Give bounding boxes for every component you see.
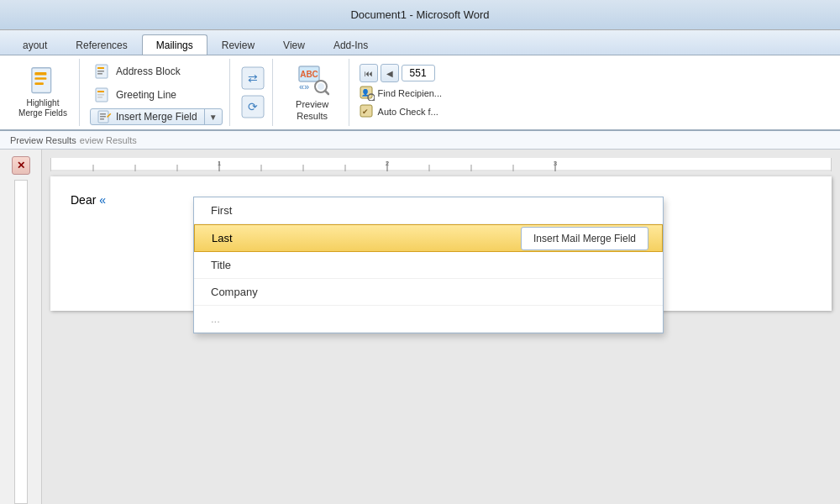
preview-results-bar-label: Preview Results (10, 135, 76, 145)
svg-rect-2 (34, 77, 46, 80)
insert-merge-field-label: Insert Merge Field (116, 111, 197, 123)
title-bar-text: Document1 - Microsoft Word (350, 8, 489, 21)
preview-results-bar: Preview Results eview Results (0, 131, 840, 150)
svg-rect-10 (97, 94, 104, 96)
auto-check-icon: ✔ (360, 104, 375, 119)
find-recipient-button[interactable]: 👤 Find Recipien... (360, 86, 442, 101)
dear-text: Dear (71, 193, 99, 207)
greeting-line-button[interactable]: Greeting Line (90, 85, 181, 105)
merge-fields-group: Address Block Greeting Line (83, 59, 230, 126)
find-recipient-label: Find Recipien... (378, 88, 442, 98)
svg-rect-7 (97, 73, 102, 75)
preview-results-bar-extra: eview Results (80, 135, 137, 145)
navigation-row: ⏮ ◀ 551 (360, 64, 435, 82)
merge-action-icon-2[interactable]: ⟳ (240, 94, 265, 119)
dropdown-item-title-label: Title (211, 259, 231, 271)
insert-merge-field-dropdown: First Last Insert Mail Merge Field Title… (193, 197, 664, 333)
horizontal-ruler: 1 2 3 (50, 158, 832, 171)
tab-addins[interactable]: Add-Ins (319, 34, 382, 55)
preview-results-label: Preview Results (283, 98, 342, 123)
find-recipient-icon: 👤 (360, 86, 375, 101)
svg-text:⟳: ⟳ (248, 100, 258, 113)
greeting-line-label: Greeting Line (116, 89, 176, 101)
preview-results-button[interactable]: ABC «» Preview Results (283, 63, 342, 123)
dropdown-item-company-label: Company (211, 286, 258, 298)
insert-merge-field-button[interactable]: Insert Merge Field ▼ (90, 108, 223, 125)
vertical-ruler (14, 180, 28, 504)
merge-action-icon-1[interactable]: ⇄ (240, 66, 265, 91)
insert-merge-field-arrow[interactable]: ▼ (205, 109, 222, 124)
main-area: ✕ 1 2 (0, 150, 840, 504)
first-record-button[interactable]: ⏮ (360, 64, 378, 82)
insert-merge-field-main[interactable]: Insert Merge Field (91, 109, 205, 124)
auto-check-label: Auto Check f... (378, 107, 438, 117)
dropdown-item-last[interactable]: Last Insert Mail Merge Field (194, 224, 663, 252)
svg-line-26 (325, 91, 328, 94)
dropdown-item-company[interactable]: Company (194, 279, 663, 306)
svg-text:1: 1 (218, 160, 222, 167)
svg-rect-3 (34, 82, 44, 85)
insert-merge-field-icon (97, 109, 113, 124)
highlight-merge-fields-button[interactable]: Highlight Merge Fields (13, 63, 72, 122)
svg-text:3: 3 (554, 160, 558, 167)
dropdown-more-label: ... (211, 312, 220, 325)
close-panel-button[interactable]: ✕ (12, 156, 30, 175)
dropdown-item-more[interactable]: ... (194, 306, 663, 333)
svg-text:2: 2 (386, 160, 390, 167)
auto-check-button[interactable]: ✔ Auto Check f... (360, 104, 438, 119)
svg-text:ABC: ABC (300, 70, 318, 79)
svg-rect-13 (100, 113, 106, 115)
title-bar: Document1 - Microsoft Word (0, 0, 840, 30)
navigation-group: ⏮ ◀ 551 👤 Find Recipien... ✔ Auto Check … (353, 59, 449, 126)
svg-rect-6 (97, 71, 104, 72)
svg-rect-15 (100, 118, 104, 120)
svg-text:⇄: ⇄ (248, 71, 258, 85)
insert-mail-merge-field-label: Insert Mail Merge Field (533, 233, 636, 244)
record-number[interactable]: 551 (402, 65, 435, 81)
svg-line-30 (374, 100, 375, 101)
document-area: 1 2 3 Dear « First (42, 150, 840, 504)
highlight-merge-fields-icon (27, 66, 59, 96)
svg-rect-9 (97, 91, 104, 92)
preview-results-group: ABC «» Preview Results (276, 59, 349, 126)
svg-rect-33 (51, 158, 831, 171)
tab-review[interactable]: Review (207, 34, 269, 55)
address-block-label: Address Block (116, 66, 181, 77)
ruler-svg: 1 2 3 (51, 158, 831, 171)
merge-field-text: « (99, 193, 106, 207)
svg-rect-14 (100, 116, 106, 118)
tab-view[interactable]: View (269, 34, 319, 55)
prev-record-button[interactable]: ◀ (381, 64, 399, 82)
svg-text:«»: «» (299, 81, 309, 92)
svg-point-25 (318, 83, 324, 90)
highlight-group: Highlight Merge Fields (7, 59, 80, 126)
ribbon: Highlight Merge Fields Address Block Gre… (0, 55, 840, 131)
greeting-line-icon (95, 87, 112, 103)
svg-rect-1 (34, 72, 46, 76)
insert-mail-merge-field-button[interactable]: Insert Mail Merge Field (521, 227, 648, 250)
svg-rect-11 (97, 97, 102, 98)
svg-rect-5 (97, 67, 104, 69)
dropdown-item-last-label: Last (212, 232, 233, 244)
tab-references[interactable]: References (61, 34, 141, 55)
tab-mailings[interactable]: Mailings (142, 34, 207, 55)
svg-rect-0 (32, 68, 51, 93)
preview-results-icon: ABC «» (296, 63, 329, 97)
address-block-icon (95, 63, 112, 80)
svg-text:✔: ✔ (362, 108, 369, 116)
highlight-label: Highlight Merge Fields (18, 98, 67, 118)
tab-layout[interactable]: ayout (8, 34, 61, 55)
tab-bar: ayout References Mailings Review View Ad… (0, 30, 840, 55)
dropdown-item-title[interactable]: Title (194, 252, 663, 279)
dropdown-item-first[interactable]: First (194, 197, 663, 224)
address-block-button[interactable]: Address Block (90, 61, 186, 81)
action-icons-group: ⇄ ⟳ (234, 59, 273, 126)
left-panel: ✕ (0, 150, 42, 504)
dropdown-item-first-label: First (211, 204, 232, 217)
